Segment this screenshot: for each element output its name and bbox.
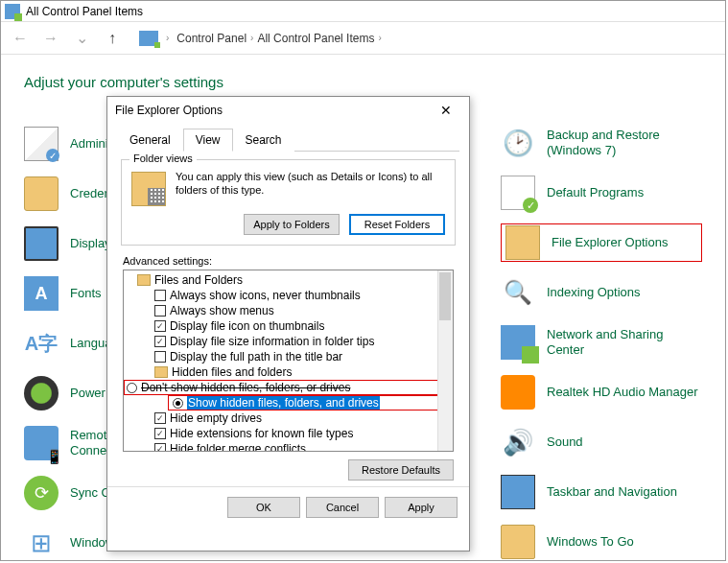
nav-forward-icon[interactable]: → xyxy=(39,27,62,50)
breadcrumb-item[interactable]: Control Panel xyxy=(176,32,247,45)
nav-back-icon[interactable]: ← xyxy=(9,27,32,50)
file-explorer-options-dialog: File Explorer Options ✕ General View Sea… xyxy=(106,96,470,551)
taskbar-icon xyxy=(501,475,535,509)
indexing-icon: 🔍 xyxy=(501,275,535,310)
breadcrumb-item[interactable]: All Control Panel Items xyxy=(257,32,374,45)
folder-icon xyxy=(137,274,151,286)
tree-item[interactable]: Display the full path in the title bar xyxy=(126,349,451,364)
folder-views-text: You can apply this view (such as Details… xyxy=(176,170,445,198)
nav-toolbar: ← → ⌄ ↑ › Control Panel › All Control Pa… xyxy=(1,22,725,55)
windows-togo-icon xyxy=(501,525,535,559)
advanced-settings-tree[interactable]: Files and Folders Always show icons, nev… xyxy=(123,270,454,452)
nav-dropdown-icon[interactable]: ⌄ xyxy=(70,27,93,50)
radio-show-hidden[interactable]: Show hidden files, folders, and drives xyxy=(168,395,451,411)
scrollbar[interactable] xyxy=(437,270,453,451)
chevron-right-icon: › xyxy=(250,33,253,43)
page-title: Adjust your computer's settings xyxy=(24,74,702,90)
cp-item-indexing[interactable]: 🔍Indexing Options xyxy=(501,273,702,312)
credentials-icon xyxy=(24,176,59,211)
windows-icon: ⊞ xyxy=(24,526,59,560)
dialog-title: File Explorer Options xyxy=(115,104,223,117)
tree-root[interactable]: Files and Folders xyxy=(126,272,451,288)
tree-item[interactable]: Always show menus xyxy=(126,303,451,318)
dialog-body: General View Search Folder views You can… xyxy=(107,124,469,526)
apply-button[interactable]: Apply xyxy=(385,497,458,518)
radio-dont-show-hidden[interactable]: Don't show hidden files, folders, or dri… xyxy=(124,380,451,395)
radio-icon[interactable] xyxy=(127,383,137,393)
tree-item[interactable]: ✓Display file icon on thumbnails xyxy=(126,318,451,334)
folder-icon xyxy=(154,366,168,378)
tab-view[interactable]: View xyxy=(183,129,233,152)
tree-item[interactable]: Always show icons, never thumbnails xyxy=(126,288,451,303)
control-panel-icon xyxy=(5,4,20,19)
checkbox-icon[interactable]: ✓ xyxy=(154,336,166,347)
folder-views-group: Folder views You can apply this view (su… xyxy=(121,159,456,246)
close-button[interactable]: ✕ xyxy=(431,101,461,120)
dialog-tabs: General View Search xyxy=(117,128,459,152)
reset-folders-button[interactable]: Reset Folders xyxy=(349,214,445,235)
chevron-right-icon[interactable]: › xyxy=(166,33,169,43)
admin-tools-icon xyxy=(24,127,59,161)
breadcrumb: Control Panel › All Control Panel Items … xyxy=(176,32,381,45)
checkbox-icon[interactable] xyxy=(154,351,166,363)
tree-item[interactable]: ✓Hide empty drives xyxy=(126,411,451,426)
checkbox-icon[interactable]: ✓ xyxy=(154,443,166,452)
titlebar: All Control Panel Items xyxy=(1,1,725,22)
remoteapp-icon xyxy=(24,426,59,460)
dialog-buttons: OK Cancel Apply xyxy=(107,486,469,518)
cp-right-column: 🕑Backup and Restore (Windows 7) Default … xyxy=(501,124,702,561)
group-label: Folder views xyxy=(129,152,197,164)
nav-up-icon[interactable]: ↑ xyxy=(101,27,124,50)
ok-button[interactable]: OK xyxy=(227,497,300,518)
checkbox-icon[interactable]: ✓ xyxy=(154,320,166,332)
cancel-button[interactable]: Cancel xyxy=(306,497,379,518)
cp-item-backup[interactable]: 🕑Backup and Restore (Windows 7) xyxy=(501,124,702,162)
radio-icon[interactable] xyxy=(173,398,183,409)
scrollbar-thumb[interactable] xyxy=(439,272,451,320)
folder-view-icon xyxy=(131,172,166,206)
network-icon xyxy=(501,325,535,360)
checkbox-icon[interactable]: ✓ xyxy=(154,412,166,424)
cp-item-sound[interactable]: 🔊Sound xyxy=(501,423,702,461)
display-icon xyxy=(24,226,59,261)
cp-item-network[interactable]: Network and Sharing Center xyxy=(501,323,702,362)
cp-item-realtek[interactable]: Realtek HD Audio Manager xyxy=(501,373,702,411)
language-icon: A字 xyxy=(24,326,59,361)
window-title: All Control Panel Items xyxy=(26,5,143,18)
default-programs-icon xyxy=(501,176,535,210)
power-icon xyxy=(24,376,59,411)
tab-search[interactable]: Search xyxy=(233,129,294,152)
apply-to-folders-button[interactable]: Apply to Folders xyxy=(244,214,340,235)
cp-item-taskbar[interactable]: Taskbar and Navigation xyxy=(501,473,702,511)
tree-subfolder[interactable]: Hidden files and folders xyxy=(126,364,451,380)
address-bar-icon xyxy=(139,31,158,46)
cp-item-file-explorer-options[interactable]: File Explorer Options xyxy=(501,223,702,262)
chevron-right-icon: › xyxy=(378,33,381,43)
sound-icon: 🔊 xyxy=(501,425,535,459)
file-explorer-options-icon xyxy=(505,225,540,260)
tree-item[interactable]: ✓Display file size information in folder… xyxy=(126,334,451,349)
backup-icon: 🕑 xyxy=(501,126,535,160)
tree-item[interactable]: ✓Hide extensions for known file types xyxy=(126,426,451,441)
checkbox-icon[interactable] xyxy=(154,290,166,301)
cp-item-default-programs[interactable]: Default Programs xyxy=(501,174,702,212)
cp-item-windows-togo[interactable]: Windows To Go xyxy=(501,523,702,561)
sync-icon: ⟳ xyxy=(24,476,59,510)
realtek-icon xyxy=(501,375,535,410)
checkbox-icon[interactable] xyxy=(154,305,166,317)
restore-defaults-button[interactable]: Restore Defaults xyxy=(348,459,454,481)
dialog-titlebar[interactable]: File Explorer Options ✕ xyxy=(107,97,469,124)
advanced-settings-label: Advanced settings: xyxy=(123,255,454,267)
tree-item[interactable]: ✓Hide folder merge conflicts xyxy=(126,441,451,452)
tab-general[interactable]: General xyxy=(117,129,183,152)
checkbox-icon[interactable]: ✓ xyxy=(154,428,166,439)
fonts-icon: A xyxy=(24,276,59,311)
